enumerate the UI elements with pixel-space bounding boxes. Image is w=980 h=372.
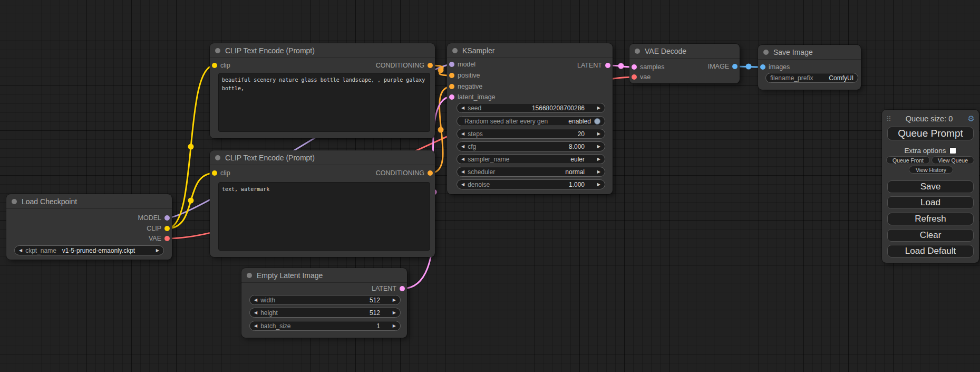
increment-arrow-icon[interactable]: ▶ (597, 145, 600, 149)
decrement-arrow-icon[interactable]: ◀ (461, 157, 464, 161)
collapse-dot-icon[interactable] (12, 199, 17, 204)
toggle-circle-icon[interactable] (594, 118, 600, 125)
increment-arrow-icon[interactable]: ▶ (393, 311, 396, 315)
node-title: CLIP Text Encode (Prompt) (225, 154, 315, 162)
extra-options-checkbox[interactable] (949, 147, 956, 154)
node-title: CLIP Text Encode (Prompt) (225, 46, 315, 55)
node-title-bar[interactable]: VAE Decode (629, 44, 740, 59)
node-clip-text-encode-negative[interactable]: CLIP Text Encode (Prompt) clip CONDITION… (210, 150, 435, 257)
collapse-dot-icon[interactable] (215, 48, 220, 53)
denoise-widget[interactable]: ◀ denoise 1.000 ▶ (457, 179, 605, 189)
collapse-dot-icon[interactable] (635, 49, 640, 54)
node-vae-decode[interactable]: VAE Decode samples vae IMAGE (629, 44, 740, 83)
width-widget[interactable]: ◀ width 512 ▶ (249, 295, 401, 305)
input-negative: negative (458, 81, 482, 92)
model-input-port[interactable] (449, 62, 454, 67)
decrement-arrow-icon[interactable]: ◀ (254, 298, 257, 302)
increment-arrow-icon[interactable]: ▶ (393, 298, 396, 302)
steps-widget[interactable]: ◀ steps 20 ▶ (457, 129, 605, 139)
prompt-textarea[interactable]: text, watermark (218, 182, 430, 251)
ckpt-name-widget[interactable]: ◀ ckpt_name v1-5-pruned-emaonly.ckpt ▶ (14, 245, 164, 255)
input-samples: samples (640, 62, 665, 72)
decrement-arrow-icon[interactable]: ◀ (461, 170, 464, 174)
queue-front-button[interactable]: Queue Front (886, 156, 930, 164)
output-model: MODEL (138, 213, 161, 223)
seed-widget[interactable]: ◀ seed 156680208700286 ▶ (457, 103, 605, 113)
prompt-textarea[interactable]: beautiful scenery nature glass bottle la… (218, 73, 430, 132)
batch-size-widget[interactable]: ◀ batch_size 1 ▶ (249, 321, 401, 331)
decrement-arrow-icon[interactable]: ◀ (461, 106, 464, 110)
latent-output-port[interactable] (400, 286, 405, 291)
increment-arrow-icon[interactable]: ▶ (597, 132, 600, 136)
random-seed-toggle-widget[interactable]: Random seed after every gen enabled (457, 116, 605, 126)
extra-options-label: Extra options (905, 147, 946, 155)
clear-button[interactable]: Clear (887, 229, 974, 242)
cfg-widget[interactable]: ◀ cfg 8.000 ▶ (457, 141, 605, 151)
load-default-button[interactable]: Load Default (887, 245, 974, 257)
input-vae: vae (640, 72, 651, 82)
node-title-bar[interactable]: CLIP Text Encode (Prompt) (210, 43, 435, 58)
input-positive: positive (458, 70, 480, 81)
queue-size-label: Queue size: 0 (891, 115, 968, 123)
node-title-bar[interactable]: CLIP Text Encode (Prompt) (210, 150, 435, 165)
collapse-dot-icon[interactable] (247, 273, 252, 278)
node-clip-text-encode-positive[interactable]: CLIP Text Encode (Prompt) clip CONDITION… (210, 43, 435, 138)
latent-output-port[interactable] (605, 63, 610, 68)
decrement-arrow-icon[interactable]: ◀ (19, 249, 22, 253)
clip-input-port[interactable] (212, 170, 217, 176)
node-load-checkpoint[interactable]: Load Checkpoint MODEL CLIP VAE ◀ ckpt_na… (6, 194, 172, 260)
refresh-button[interactable]: Refresh (887, 213, 974, 225)
output-conditioning: CONDITIONING (376, 168, 424, 178)
vae-output-port[interactable] (164, 236, 170, 241)
node-title-bar[interactable]: Empty Latent Image (241, 268, 407, 283)
collapse-dot-icon[interactable] (215, 155, 220, 160)
clip-output-port[interactable] (164, 226, 170, 231)
scheduler-widget[interactable]: ◀ scheduler normal ▶ (457, 167, 605, 177)
decrement-arrow-icon[interactable]: ◀ (461, 145, 464, 149)
filename-prefix-widget[interactable]: filename_prefix ComfyUI (765, 73, 858, 83)
decrement-arrow-icon[interactable]: ◀ (254, 324, 257, 328)
height-widget[interactable]: ◀ height 512 ▶ (249, 308, 401, 318)
decrement-arrow-icon[interactable]: ◀ (461, 132, 464, 136)
input-clip: clip (220, 60, 230, 71)
latent-image-input-port[interactable] (449, 94, 454, 100)
increment-arrow-icon[interactable]: ▶ (597, 106, 600, 110)
settings-gear-icon[interactable]: ⚙ (968, 114, 975, 123)
increment-arrow-icon[interactable]: ▶ (597, 183, 600, 187)
positive-input-port[interactable] (449, 73, 454, 78)
load-button[interactable]: Load (887, 196, 974, 209)
save-button[interactable]: Save (887, 180, 974, 193)
queue-prompt-button[interactable]: Queue Prompt (887, 127, 974, 140)
node-title: KSampler (462, 46, 494, 55)
decrement-arrow-icon[interactable]: ◀ (461, 183, 464, 187)
conditioning-output-port[interactable] (428, 63, 433, 68)
view-history-button[interactable]: View History (909, 166, 953, 174)
increment-arrow-icon[interactable]: ▶ (597, 157, 600, 161)
drag-handle-icon[interactable]: ⠿ (886, 115, 891, 123)
output-clip: CLIP (147, 223, 161, 234)
view-queue-button[interactable]: View Queue (932, 156, 974, 164)
samples-input-port[interactable] (632, 64, 637, 70)
sampler-name-widget[interactable]: ◀ sampler_name euler ▶ (457, 154, 605, 164)
increment-arrow-icon[interactable]: ▶ (597, 170, 600, 174)
collapse-dot-icon[interactable] (452, 48, 458, 53)
node-save-image[interactable]: Save Image images filename_prefix ComfyU… (758, 45, 861, 90)
increment-arrow-icon[interactable]: ▶ (156, 249, 159, 253)
input-images: images (769, 62, 790, 72)
collapse-dot-icon[interactable] (763, 50, 769, 55)
node-title-bar[interactable]: Load Checkpoint (6, 194, 172, 209)
node-empty-latent-image[interactable]: Empty Latent Image LATENT ◀ width 512 ▶ … (241, 268, 407, 338)
image-output-port[interactable] (732, 64, 738, 69)
clip-input-port[interactable] (212, 63, 217, 68)
images-input-port[interactable] (760, 64, 765, 70)
node-title-bar[interactable]: KSampler (447, 43, 613, 58)
node-title-bar[interactable]: Save Image (758, 45, 861, 60)
decrement-arrow-icon[interactable]: ◀ (254, 311, 257, 315)
node-ksampler[interactable]: KSampler model positive negative latent_… (447, 43, 613, 194)
model-output-port[interactable] (164, 215, 170, 221)
increment-arrow-icon[interactable]: ▶ (393, 324, 396, 328)
queue-control-panel: ⠿ Queue size: 0 ⚙ Queue Prompt Extra opt… (882, 110, 979, 263)
negative-input-port[interactable] (449, 84, 454, 89)
conditioning-output-port[interactable] (428, 170, 433, 176)
vae-input-port[interactable] (632, 74, 637, 80)
